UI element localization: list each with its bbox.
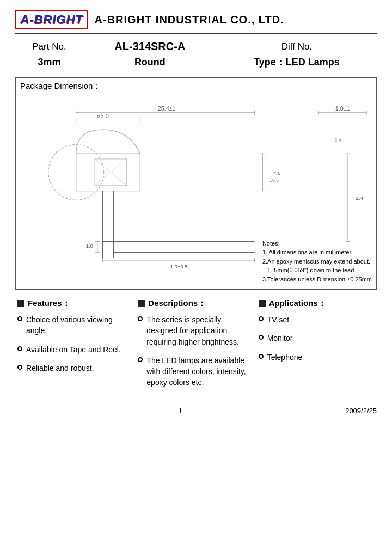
application-item-2: Monitor (259, 333, 375, 344)
svg-text:2.4: 2.4 (334, 137, 341, 143)
page-header: A-BRIGHT A-BRIGHT INDUSTRIAL CO., LTD. (15, 10, 377, 29)
description-item-1: The series is specially designed for app… (138, 314, 254, 347)
application-item-1: TV set (259, 314, 375, 325)
svg-text:⌀3.0: ⌀3.0 (97, 113, 109, 119)
notes-line-1: 1. All dimensions are in millimeter. (262, 248, 372, 257)
bullet-circle (17, 365, 22, 370)
part-no-label: Part No. (15, 39, 83, 54)
application-text-3: Telephone (267, 352, 303, 363)
svg-rect-1 (76, 154, 140, 191)
description-text-2: The LED lamps are available with differe… (146, 355, 254, 388)
application-text-1: TV set (267, 314, 289, 325)
notes-line-2: 2.An epoxy meniscus may extend about. (262, 257, 372, 266)
description-text-1: The series is specially designed for app… (146, 314, 254, 347)
applications-column: Applications： TV set Monitor Telephone (256, 298, 377, 396)
svg-text:1.0±0.5: 1.0±0.5 (170, 264, 188, 270)
bottom-section: Features： Choice of various viewing angl… (15, 298, 377, 396)
footer-date: 2009/2/25 (345, 407, 377, 415)
feature-text-2: Available on Tape and Reel. (26, 344, 121, 355)
company-name: A-BRIGHT INDUSTRIAL CO., LTD. (95, 14, 284, 26)
bullet-circle (17, 346, 22, 351)
part-type: Type：LED Lamps (217, 54, 377, 70)
features-header-text: Features： (28, 298, 70, 309)
svg-text:±0.5: ±0.5 (270, 177, 279, 183)
application-item-3: Telephone (259, 352, 375, 363)
applications-icon (259, 300, 266, 307)
descriptions-column: Descriptions： The series is specially de… (136, 298, 256, 396)
feature-item-1: Choice of various viewing angle. (17, 314, 133, 336)
part-info-table: Part No. AL-314SRC-A Diff No. 3mm Round … (15, 39, 377, 70)
footer: 1 2009/2/25 (15, 407, 377, 415)
features-icon (17, 300, 24, 307)
notes-line-4: 3.Tolerances unless Dimension ±0.25mm (262, 275, 372, 284)
bullet-circle (138, 357, 143, 362)
descriptions-header: Descriptions： (138, 298, 254, 309)
application-text-2: Monitor (267, 333, 293, 344)
svg-text:1.0±1: 1.0±1 (335, 105, 350, 112)
features-column: Features： Choice of various viewing angl… (15, 298, 136, 396)
bullet-circle (17, 316, 22, 321)
bullet-circle (259, 354, 264, 359)
feature-text-3: Reliable and robust. (26, 363, 94, 374)
feature-text-1: Choice of various viewing angle. (26, 314, 133, 336)
header-divider (15, 33, 377, 34)
logo-text: A-BRIGHT (20, 13, 83, 26)
part-no-value: AL-314SRC-A (83, 39, 217, 54)
svg-text:1.0: 1.0 (85, 243, 93, 249)
descriptions-icon (138, 300, 145, 307)
notes-box: Notes: 1. All dimensions are in millimet… (262, 239, 372, 284)
bullet-circle (259, 335, 264, 340)
description-item-2: The LED lamps are available with differe… (138, 355, 254, 388)
bullet-circle (138, 316, 143, 321)
svg-text:2.4: 2.4 (356, 195, 364, 201)
descriptions-header-text: Descriptions： (148, 298, 206, 309)
package-section: Package Dimension： ⌀3.0 25.4±1 (15, 77, 377, 290)
applications-header: Applications： (259, 298, 375, 309)
feature-item-2: Available on Tape and Reel. (17, 344, 133, 355)
svg-text:25.4±1: 25.4±1 (158, 105, 176, 112)
notes-line-3: 1. 5mm(0.059") down to the lead (262, 266, 372, 275)
notes-title: Notes: (262, 239, 372, 248)
svg-text:4.6: 4.6 (273, 170, 281, 176)
applications-header-text: Applications： (269, 298, 326, 309)
bullet-circle (259, 316, 264, 321)
feature-item-3: Reliable and robust. (17, 363, 133, 374)
logo-box: A-BRIGHT (15, 10, 88, 29)
part-shape: Round (83, 54, 217, 70)
page-number: 1 (15, 407, 345, 415)
diff-no-label: Diff No. (217, 39, 377, 54)
features-header: Features： (17, 298, 133, 309)
package-title: Package Dimension： (20, 81, 372, 91)
part-size: 3mm (15, 54, 83, 70)
